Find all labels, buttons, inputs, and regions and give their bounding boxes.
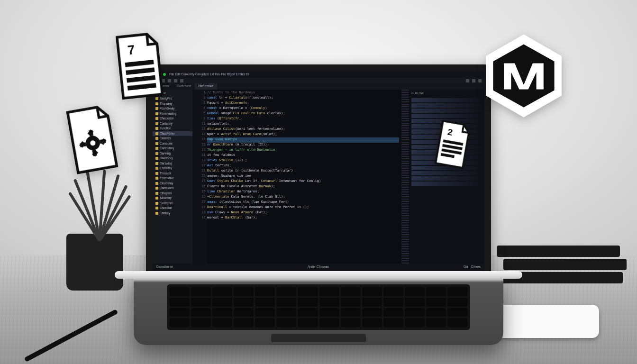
toolbar-icon[interactable] — [168, 79, 171, 82]
minimap[interactable] — [401, 90, 409, 264]
explorer-item[interactable]: Contanny — [153, 121, 192, 127]
trackpad — [271, 334, 366, 342]
toolbar-icon[interactable] — [472, 79, 475, 82]
outline-row[interactable] — [411, 114, 482, 118]
status-left: Damsthernn — [156, 265, 173, 269]
explorer-item[interactable]: Formheating — [153, 111, 192, 117]
explorer-item[interactable]: Gosepnei — [153, 201, 192, 206]
laptop-base — [134, 274, 503, 345]
outline-row[interactable] — [411, 182, 482, 186]
explorer-item[interactable]: Comsone — [153, 141, 192, 146]
explorer-item[interactable]: Dawesory — [153, 156, 192, 161]
explorer-item[interactable]: Foundrouly — [153, 106, 192, 111]
explorer-item[interactable]: Thandrey — [153, 101, 192, 107]
explorer-item[interactable]: Darwing — [153, 151, 192, 156]
menu-items[interactable]: File Edit Comunity Cangelete Lid Inru Fi… — [169, 73, 249, 77]
explorer-item[interactable]: Cancomey — [153, 146, 192, 151]
toolbar[interactable] — [153, 78, 484, 83]
explorer-item[interactable]: Centory — [153, 211, 192, 216]
explorer-item[interactable]: Threator — [153, 171, 192, 176]
laptop-screen-frame: File Edit Comunity Cangelete Lid Inru Fi… — [146, 64, 491, 274]
svg-text:7: 7 — [127, 42, 135, 57]
outline-row[interactable] — [411, 109, 482, 113]
explorer-item[interactable]: Ferenshke — [153, 176, 192, 181]
explorer-item[interactable]: Cmenes — [153, 136, 192, 141]
explorer-item[interactable]: Camssons — [153, 186, 192, 191]
explorer-item[interactable]: Checksein — [153, 116, 192, 121]
status-right: Gla Cimers — [464, 265, 481, 269]
document-icon: 7 — [110, 31, 169, 104]
file-explorer[interactable]: Explorer SantyProThandreyFoundroulyFormh… — [153, 90, 193, 264]
menubar[interactable]: File Edit Comunity Cangelete Lid Inru Fi… — [153, 71, 484, 78]
outline-row[interactable] — [411, 98, 482, 102]
tab[interactable]: OurtProfet — [173, 83, 195, 90]
outline-title: OUTLINE — [411, 91, 482, 95]
outline-row[interactable] — [411, 171, 482, 175]
toolbar-icon[interactable] — [180, 79, 183, 82]
explorer-item[interactable]: Cloothnay — [153, 181, 192, 186]
code-editor[interactable]: 1234581113131713131113171323151515162717… — [193, 90, 401, 264]
status-center: Arsier Cfmones — [308, 265, 329, 269]
toolbar-icon[interactable] — [174, 79, 177, 82]
ide-screen: File Edit Comunity Cangelete Lid Inru Fi… — [153, 71, 484, 270]
outline-row[interactable] — [411, 176, 482, 181]
explorer-item[interactable]: Enzoniey — [153, 166, 192, 171]
tab[interactable]: FlentPhale — [195, 83, 217, 90]
outline-row[interactable] — [411, 103, 482, 108]
explorer-item[interactable]: Darswing — [153, 161, 192, 166]
keyboard — [167, 284, 470, 330]
tabstrip[interactable]: OurtermsOurtProfetFlentPhale — [153, 83, 484, 90]
explorer-item[interactable]: OlastPorter — [153, 131, 192, 136]
ide-body: Explorer SantyProThandreyFoundroulyFormh… — [153, 90, 484, 264]
explorer-item[interactable]: Afoacery — [153, 196, 192, 201]
code-content[interactable]: // hints to the Nerdveysconst tr = Cilan… — [205, 90, 401, 264]
outline-panel[interactable]: OUTLINE — [409, 90, 484, 264]
scene: File Edit Comunity Cangelete Lid Inru Fi… — [0, 0, 637, 364]
laptop: File Edit Comunity Cangelete Lid Inru Fi… — [134, 64, 503, 345]
explorer-item[interactable]: Cthoponi — [153, 191, 192, 196]
toolbar-icon[interactable] — [466, 79, 469, 82]
explorer-item[interactable]: Choscrar — [153, 206, 192, 211]
hexagon-m-logo-icon — [479, 28, 569, 125]
plant-pot — [66, 234, 123, 291]
status-bar[interactable]: Damsthernn Arsier Cfmones Gla Cimers — [153, 264, 484, 270]
explorer-item[interactable]: Function — [153, 126, 192, 131]
